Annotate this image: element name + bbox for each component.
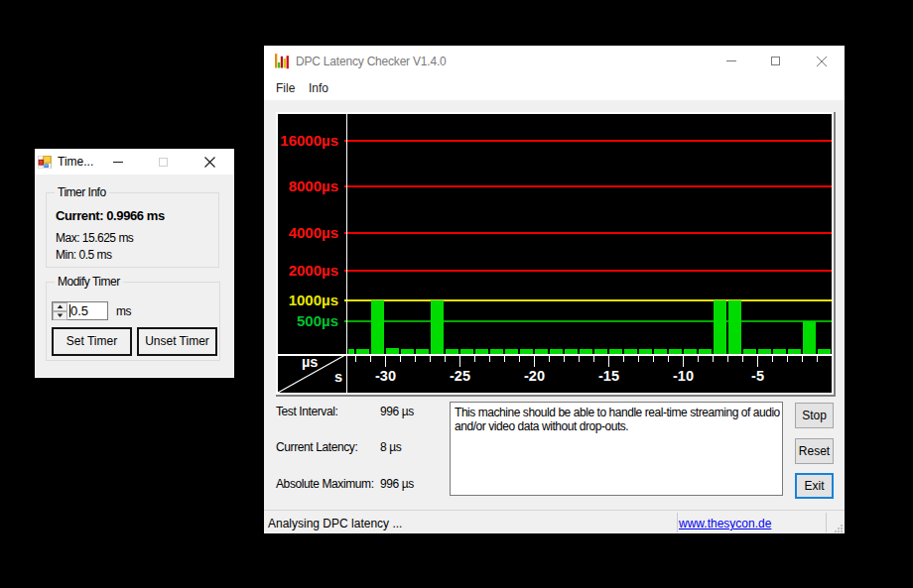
svg-text:-10: -10 bbox=[673, 368, 694, 384]
svg-text:-5: -5 bbox=[751, 368, 764, 384]
svg-text:-30: -30 bbox=[375, 368, 396, 384]
svg-text:-25: -25 bbox=[450, 368, 470, 384]
svg-text:s: s bbox=[334, 369, 342, 385]
svg-text:-15: -15 bbox=[598, 368, 619, 384]
svg-text:8000µs: 8000µs bbox=[289, 177, 338, 194]
svg-text:µs: µs bbox=[302, 354, 318, 370]
svg-text:2000µs: 2000µs bbox=[289, 262, 338, 279]
svg-text:1000µs: 1000µs bbox=[289, 292, 338, 308]
svg-text:-20: -20 bbox=[524, 368, 545, 384]
svg-text:16000µs: 16000µs bbox=[280, 132, 338, 149]
svg-text:500µs: 500µs bbox=[297, 312, 338, 329]
svg-text:4000µs: 4000µs bbox=[289, 224, 338, 241]
